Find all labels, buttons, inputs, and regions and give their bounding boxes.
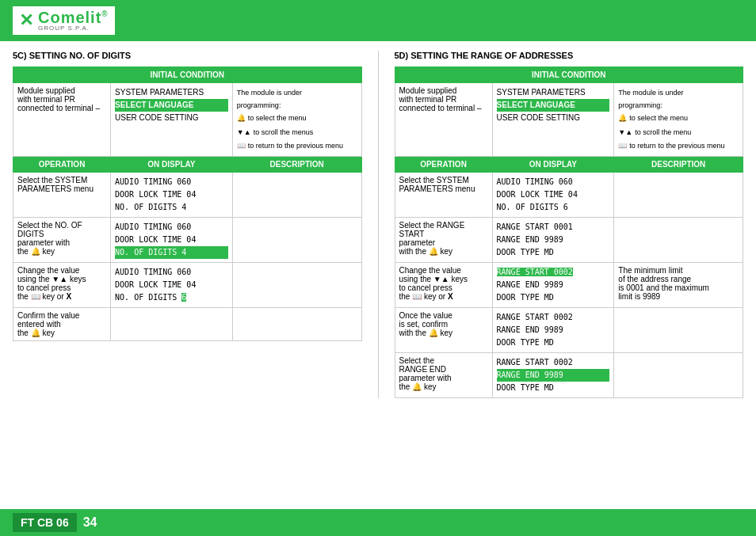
right-desc-line1: 🔔 to select the menu: [618, 112, 739, 124]
left-row-3-disp-block: AUDIO TIMING 060 DOOR LOCK TIME 04 NO. O…: [115, 266, 228, 304]
left-row-2-disp-block: AUDIO TIMING 060 DOOR LOCK TIME 04 NO. O…: [115, 221, 228, 259]
right-r4-d1: RANGE START 0002: [497, 311, 610, 324]
left-row-1-desc: [232, 172, 361, 217]
right-row-4-op: Once the valueis set, confirmwith the 🔔 …: [395, 307, 492, 352]
right-r1-d2: DOOR LOCK TIME 04: [497, 188, 610, 201]
left-r2-d2: DOOR LOCK TIME 04: [115, 234, 228, 246]
right-row-2-disp-block: RANGE START 0001 RANGE END 9989 DOOR TYP…: [497, 221, 610, 259]
right-row-1-disp-block: AUDIO TIMING 060 DOOR LOCK TIME 04 NO. O…: [497, 176, 610, 214]
right-init-module-text: Module suppliedwith terminal PRconnected…: [399, 86, 482, 112]
right-row-3: Change the valueusing the ▼▲ keysto canc…: [395, 262, 743, 307]
left-row-1-op: Select the SYSTEMPARAMETERS menu: [13, 172, 111, 217]
right-row-1: Select the SYSTEMPARAMETERS menu AUDIO T…: [395, 172, 743, 217]
right-init-header-row: INITIAL CONDITION: [395, 67, 743, 83]
right-row-5-disp: RANGE START 0002 RANGE END 9989 DOOR TYP…: [492, 352, 614, 397]
right-desc-line2: ▼▲ to scroll the menu: [618, 126, 739, 139]
right-init-header: INITIAL CONDITION: [395, 67, 743, 83]
section-divider: [378, 51, 379, 398]
left-table: INITIAL CONDITION Module suppliedwith te…: [13, 67, 362, 341]
right-row-3-op: Change the valueusing the ▼▲ keysto canc…: [395, 262, 492, 307]
right-r3-d1: RANGE START 0002: [497, 266, 610, 279]
left-desc-line2: ▼▲ to scroll the menus: [237, 126, 357, 139]
right-row-2-op: Select the RANGE STARTparameterwith the …: [395, 217, 492, 262]
left-col-desc-header: DESCRIPTION: [232, 156, 361, 172]
right-row-2-disp: RANGE START 0001 RANGE END 9989 DOOR TYP…: [492, 217, 614, 262]
right-r2-d2: RANGE END 9989: [497, 234, 610, 246]
left-init-module-text: Module suppliedwith terminal PRconnected…: [17, 86, 100, 112]
right-row-1-desc: [614, 172, 743, 217]
left-col-header-row: OPERATION ON DISPLAY DESCRIPTION: [13, 156, 362, 172]
left-row-4-desc: [232, 307, 361, 340]
bell-icon-2: 🔔: [618, 112, 627, 124]
right-init-module: Module suppliedwith terminal PRconnected…: [395, 83, 492, 157]
right-init-row: Module suppliedwith terminal PRconnected…: [395, 83, 743, 157]
left-r1-d3: NO. OF DIGITS 4: [115, 201, 228, 214]
right-row-4-op-text: Once the valueis set, confirmwith the 🔔 …: [399, 311, 453, 337]
right-r4-d3: DOOR TYPE MD: [497, 336, 610, 349]
left-init-display: SYSTEM PARAMETERS SELECT LANGUAGE USER C…: [111, 83, 233, 157]
right-r2-d3: DOOR TYPE MD: [497, 246, 610, 259]
logo-text: Comelit® GROUP S.P.A.: [38, 10, 109, 32]
right-table: INITIAL CONDITION Module suppliedwith te…: [395, 67, 744, 398]
right-row-3-op-text: Change the valueusing the ▼▲ keysto canc…: [399, 266, 468, 301]
right-row-3-disp-block: RANGE START 0002 RANGE END 9989 DOOR TYP…: [497, 266, 610, 304]
bell-icon-1: 🔔: [237, 112, 246, 124]
right-r4-d2: RANGE END 9989: [497, 324, 610, 336]
right-row-4-disp-block: RANGE START 0002 RANGE END 9989 DOOR TYP…: [497, 311, 610, 349]
left-desc-line1: 🔔 to select the menu: [237, 112, 357, 124]
main-content: 5C) SETTING NO. OF DIGITS INITIAL CONDIT…: [0, 41, 756, 438]
page-header: ✕ Comelit® GROUP S.P.A.: [0, 0, 756, 41]
right-col-header-row: OPERATION ON DISPLAY DESCRIPTION: [395, 156, 743, 172]
footer-code: FT CB 06: [13, 513, 77, 532]
left-r2-d1: AUDIO TIMING 060: [115, 221, 228, 234]
right-row-5-op-text: Select theRANGE ENDparameter withthe 🔔 k…: [399, 356, 452, 391]
right-row-4: Once the valueis set, confirmwith the 🔔 …: [395, 307, 743, 352]
right-section-title: 5D) SETTING THE RANGE OF ADDRESSES: [395, 51, 744, 60]
left-row-2-desc: [232, 217, 361, 262]
left-init-header: INITIAL CONDITION: [13, 67, 362, 83]
right-init-display: SYSTEM PARAMETERS SELECT LANGUAGE USER C…: [492, 83, 614, 157]
right-r5-d2: RANGE END 9989: [497, 369, 610, 382]
right-section: 5D) SETTING THE RANGE OF ADDRESSES INITI…: [395, 51, 744, 398]
left-r3-d3: NO. OF DIGITS 6: [115, 291, 228, 304]
right-row-4-desc: [614, 307, 743, 352]
left-row-2-op-text: Select the NO. OF DIGITSparameter withth…: [17, 221, 82, 256]
right-row-3-desc: The minimum limitof the address rangeis …: [614, 262, 743, 307]
right-row-3-desc-text: The minimum limitof the address rangeis …: [618, 266, 709, 301]
right-sys-line3: USER CODE SETTING: [497, 112, 610, 124]
right-r3-d1-hl: RANGE START 0002: [497, 268, 573, 276]
right-row-5-disp-block: RANGE START 0002 RANGE END 9989 DOOR TYP…: [497, 356, 610, 394]
right-row-3-disp: RANGE START 0002 RANGE END 9989 DOOR TYP…: [492, 262, 614, 307]
arrow-icon-1: ▼▲: [237, 126, 251, 139]
logo: ✕ Comelit® GROUP S.P.A.: [13, 6, 115, 35]
right-init-desc-text: The module is underprogramming: 🔔 to sel…: [618, 86, 739, 152]
left-row-2: Select the NO. OF DIGITSparameter withth…: [13, 217, 362, 262]
right-row-5-desc: [614, 352, 743, 397]
left-row-3-disp: AUDIO TIMING 060 DOOR LOCK TIME 04 NO. O…: [111, 262, 233, 307]
left-sys-line1: SYSTEM PARAMETERS: [115, 86, 228, 99]
right-r2-d1: RANGE START 0001: [497, 221, 610, 234]
left-row-3-op: Change the valueusing the ▼▲ keysto canc…: [13, 262, 111, 307]
left-row-4-disp: [111, 307, 233, 340]
left-row-1-disp: AUDIO TIMING 060 DOOR LOCK TIME 04 NO. O…: [111, 172, 233, 217]
left-section: 5C) SETTING NO. OF DIGITS INITIAL CONDIT…: [13, 51, 362, 398]
right-row-4-disp: RANGE START 0002 RANGE END 9989 DOOR TYP…: [492, 307, 614, 352]
left-row-4: Confirm the valueentered withthe 🔔 key: [13, 307, 362, 340]
right-row-1-op-text: Select the SYSTEMPARAMETERS menu: [399, 176, 475, 193]
logo-group: GROUP S.P.A.: [38, 25, 109, 32]
left-init-desc-text: The module is underprogramming: 🔔 to sel…: [237, 86, 357, 152]
left-r3-d1: AUDIO TIMING 060: [115, 266, 228, 279]
right-row-2-desc: [614, 217, 743, 262]
left-col-disp-header: ON DISPLAY: [111, 156, 233, 172]
logo-comelit: Comelit®: [38, 10, 109, 25]
right-sys-line2: SELECT LANGUAGE: [497, 99, 610, 112]
right-row-1-op: Select the SYSTEMPARAMETERS menu: [395, 172, 492, 217]
left-col-op-header: OPERATION: [13, 156, 111, 172]
left-row-3: Change the valueusing the ▼▲ keysto canc…: [13, 262, 362, 307]
left-desc-line3: 📖 to return to the previous menu: [237, 139, 357, 152]
right-r1-d1: AUDIO TIMING 060: [497, 176, 610, 188]
left-row-3-op-text: Change the valueusing the ▼▲ keysto canc…: [17, 266, 86, 301]
right-row-1-disp: AUDIO TIMING 060 DOOR LOCK TIME 04 NO. O…: [492, 172, 614, 217]
left-r3-d2: DOOR LOCK TIME 04: [115, 279, 228, 291]
left-row-1-disp-block: AUDIO TIMING 060 DOOR LOCK TIME 04 NO. O…: [115, 176, 228, 214]
